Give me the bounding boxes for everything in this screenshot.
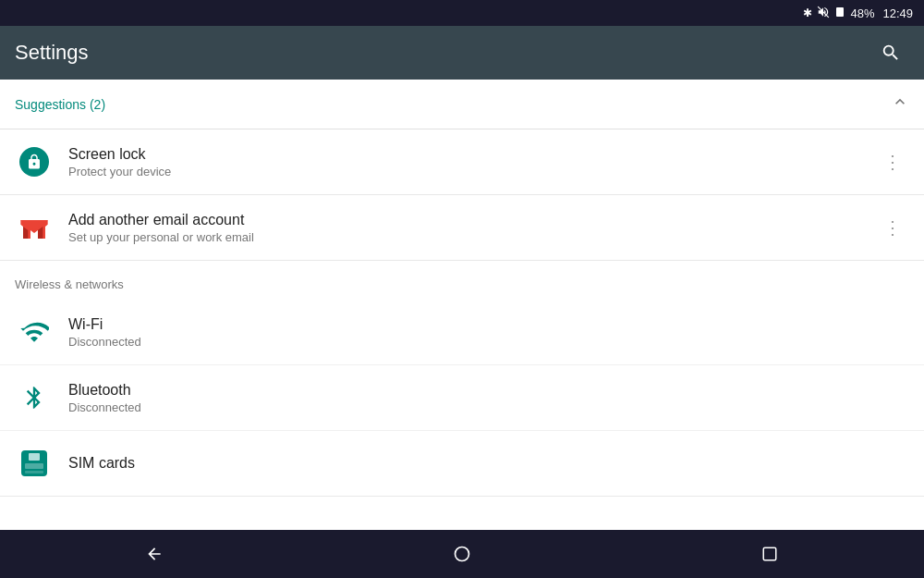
mute-status-icon bbox=[817, 6, 830, 21]
app-container: ✱ 48% 12:49 Settings Suggestions (2 bbox=[0, 0, 924, 578]
email-account-subtitle: Set up your personal or work email bbox=[68, 230, 876, 244]
lock-icon bbox=[19, 147, 49, 177]
sim-cards-text: SIM cards bbox=[68, 455, 909, 472]
wifi-icon bbox=[19, 317, 49, 347]
svg-rect-1 bbox=[836, 7, 844, 17]
battery-level: 48% bbox=[850, 6, 874, 20]
wifi-text: Wi-Fi Disconnected bbox=[68, 316, 909, 349]
wifi-subtitle: Disconnected bbox=[68, 335, 909, 349]
sim-status-icon bbox=[834, 6, 845, 21]
bluetooth-title: Bluetooth bbox=[68, 382, 909, 399]
wireless-section-title: Wireless & networks bbox=[15, 277, 124, 291]
email-account-item[interactable]: Add another email account Set up your pe… bbox=[0, 195, 924, 261]
wireless-section-header: Wireless & networks bbox=[0, 261, 924, 300]
status-icons: ✱ 48% 12:49 bbox=[803, 6, 913, 21]
wifi-item[interactable]: Wi-Fi Disconnected bbox=[0, 300, 924, 365]
status-bar: ✱ 48% 12:49 bbox=[0, 0, 924, 26]
sim-icon-container bbox=[15, 444, 54, 483]
wifi-title: Wi-Fi bbox=[68, 316, 909, 333]
bluetooth-item[interactable]: Bluetooth Disconnected bbox=[0, 365, 924, 431]
email-account-more-icon[interactable]: ⋮ bbox=[876, 209, 909, 246]
bottom-nav-bar bbox=[0, 530, 924, 578]
bluetooth-text: Bluetooth Disconnected bbox=[68, 382, 909, 414]
screen-lock-item[interactable]: Screen lock Protect your device ⋮ bbox=[0, 129, 924, 195]
home-button[interactable] bbox=[434, 535, 490, 572]
recents-button[interactable] bbox=[742, 535, 797, 572]
suggestions-title: Suggestions (2) bbox=[15, 97, 105, 112]
bluetooth-status-icon: ✱ bbox=[803, 6, 812, 19]
sim-cards-item[interactable]: SIM cards bbox=[0, 431, 924, 497]
screen-lock-title: Screen lock bbox=[68, 146, 876, 163]
back-button[interactable] bbox=[127, 535, 182, 572]
screen-lock-text: Screen lock Protect your device bbox=[68, 146, 876, 178]
chevron-up-icon bbox=[891, 92, 909, 116]
top-app-bar: Settings bbox=[0, 26, 924, 80]
bluetooth-icon-container bbox=[15, 378, 54, 417]
screen-lock-icon-container bbox=[15, 142, 54, 181]
svg-rect-3 bbox=[764, 547, 777, 560]
screen-lock-subtitle: Protect your device bbox=[68, 165, 876, 178]
screen-lock-more-icon[interactable]: ⋮ bbox=[876, 143, 909, 180]
time: 12:49 bbox=[882, 6, 913, 20]
bluetooth-icon bbox=[21, 385, 47, 411]
suggestions-header[interactable]: Suggestions (2) bbox=[0, 80, 924, 129]
main-content: Suggestions (2) Screen lock Protect your… bbox=[0, 80, 924, 578]
gmail-icon bbox=[19, 215, 49, 240]
svg-point-2 bbox=[455, 547, 468, 561]
sim-icon bbox=[21, 450, 47, 476]
gmail-icon-container bbox=[15, 208, 54, 247]
wifi-icon-container bbox=[15, 313, 54, 351]
page-title: Settings bbox=[15, 41, 89, 65]
email-account-text: Add another email account Set up your pe… bbox=[68, 212, 876, 244]
sim-cards-title: SIM cards bbox=[68, 455, 909, 472]
bluetooth-subtitle: Disconnected bbox=[68, 400, 909, 414]
email-account-title: Add another email account bbox=[68, 212, 876, 228]
search-button[interactable] bbox=[872, 34, 909, 71]
